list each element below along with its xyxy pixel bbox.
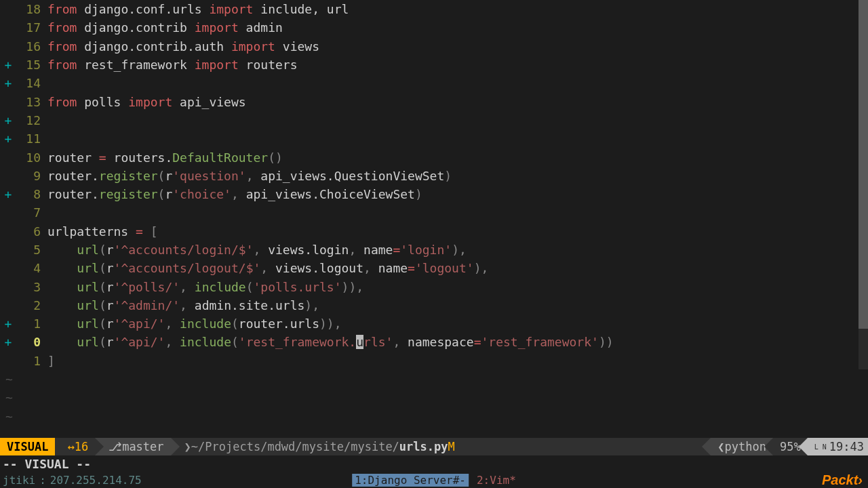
code-content[interactable]: router = routers.DefaultRouter(): [47, 150, 868, 165]
code-line[interactable]: 13from polls import api_views: [0, 92, 868, 110]
scrollbar-thumb[interactable]: [859, 0, 868, 329]
tmux-window[interactable]: 2:Vim*: [477, 474, 516, 487]
command-line[interactable]: -- VISUAL --: [0, 455, 868, 472]
code-content[interactable]: url(r'^api/', include(router.urls)),: [47, 317, 868, 331]
empty-line: ~: [0, 370, 868, 388]
code-line[interactable]: 5 url(r'^accounts/login/$', views.login,…: [0, 241, 868, 259]
line-number: 18: [16, 2, 47, 16]
line-number: 7: [16, 205, 47, 220]
code-line[interactable]: +8router.register(r'choice', api_views.C…: [0, 185, 868, 203]
line-number: 6: [16, 224, 47, 239]
code-content[interactable]: from rest_framework import routers: [47, 58, 868, 72]
code-line[interactable]: 18from django.conf.urls import include, …: [0, 0, 868, 18]
vim-editor: 18from django.conf.urls import include, …: [0, 0, 868, 488]
git-branch: ⎇ master: [95, 438, 170, 455]
code-content[interactable]: url(r'^polls/', include('polls.urls')),: [47, 280, 868, 294]
code-content[interactable]: router.register(r'choice', api_views.Cho…: [47, 187, 868, 201]
code-line[interactable]: 6urlpatterns = [: [0, 222, 868, 241]
code-line[interactable]: 9router.register(r'question', api_views.…: [0, 167, 868, 185]
code-line[interactable]: 16from django.contrib.auth import views: [0, 37, 868, 56]
line-number: 3: [16, 280, 47, 294]
line-number: 13: [16, 95, 47, 109]
code-content[interactable]: from django.contrib.auth import views: [47, 39, 868, 54]
line-number: 1: [16, 354, 47, 368]
git-gutter-sign: +: [0, 76, 16, 90]
code-line[interactable]: 1]: [0, 352, 868, 370]
code-line[interactable]: +1 url(r'^api/', include(router.urls)),: [0, 314, 868, 333]
code-line[interactable]: 4 url(r'^accounts/logout/$', views.logou…: [0, 259, 868, 277]
modified-flag: M: [448, 440, 455, 453]
git-gutter-sign: +: [0, 317, 16, 331]
line-number: 4: [16, 261, 47, 275]
code-line[interactable]: 17from django.contrib import admin: [0, 18, 868, 37]
code-content[interactable]: ]: [47, 354, 868, 368]
code-content[interactable]: from polls import api_views: [47, 95, 868, 109]
line-number: 5: [16, 243, 47, 257]
line-number: 15: [16, 58, 47, 72]
tmux-session: jtiki: [3, 474, 35, 487]
code-content[interactable]: router.register(r'question', api_views.Q…: [47, 169, 868, 183]
code-content[interactable]: from django.contrib import admin: [47, 20, 868, 35]
line-number: 17: [16, 20, 47, 35]
chevron-left-icon: ❮: [717, 440, 724, 453]
code-content[interactable]: url(r'^api/', include('rest_framework.ur…: [47, 335, 868, 349]
tmux-host: 207.255.214.75: [50, 474, 142, 487]
line-number: 9: [16, 169, 47, 183]
tmux-statusbar: jtiki : 207.255.214.75 1:Django Server#-…: [0, 472, 868, 488]
mode-indicator: VISUAL: [0, 438, 55, 455]
code-line[interactable]: 10router = routers.DefaultRouter(): [0, 148, 868, 166]
statusline: VISUAL ↔16 ⎇ master ❯ ~/Projects/mdwd/my…: [0, 438, 868, 455]
line-number: 2: [16, 298, 47, 312]
line-number: 14: [16, 76, 47, 90]
file-path: ❯ ~/Projects/mdwd/mysite/mysite/urls.py …: [171, 438, 711, 455]
line-number: 16: [16, 39, 47, 54]
git-gutter-sign: +: [0, 113, 16, 127]
line-number: 1: [16, 317, 47, 331]
code-line[interactable]: +11: [0, 129, 868, 148]
code-content[interactable]: urlpatterns = [: [47, 224, 868, 239]
line-number: 10: [16, 150, 47, 165]
code-line[interactable]: 3 url(r'^polls/', include('polls.urls'))…: [0, 277, 868, 296]
line-number: 11: [16, 131, 47, 146]
line-number: 8: [16, 187, 47, 201]
code-content[interactable]: url(r'^accounts/logout/$', views.logout,…: [47, 261, 868, 275]
code-line[interactable]: +0 url(r'^api/', include('rest_framework…: [0, 333, 868, 351]
line-number: 12: [16, 113, 47, 127]
empty-line: ~: [0, 388, 868, 407]
code-line[interactable]: 2 url(r'^admin/', admin.site.urls),: [0, 296, 868, 314]
code-content[interactable]: url(r'^admin/', admin.site.urls),: [47, 298, 868, 312]
git-gutter-sign: +: [0, 58, 16, 72]
code-line[interactable]: +14: [0, 74, 868, 92]
tmux-window-active[interactable]: 1:Django Server#-: [352, 474, 469, 487]
git-gutter-sign: +: [0, 187, 16, 201]
code-content[interactable]: from django.conf.urls import include, ur…: [47, 2, 868, 16]
empty-line: ~: [0, 407, 868, 426]
packt-logo: Packt›: [822, 472, 863, 488]
git-gutter-sign: +: [0, 131, 16, 146]
code-line[interactable]: +12: [0, 111, 868, 129]
branch-icon: ⎇: [108, 440, 122, 453]
cursor-position: L N 19:43: [808, 438, 868, 455]
git-gutter-sign: +: [0, 335, 16, 349]
code-area[interactable]: 18from django.conf.urls import include, …: [0, 0, 868, 438]
code-line[interactable]: 7: [0, 203, 868, 222]
visual-line-count: ↔16: [55, 438, 95, 455]
code-line[interactable]: +15from rest_framework import routers: [0, 56, 868, 74]
code-content[interactable]: url(r'^accounts/login/$', views.login, n…: [47, 243, 868, 257]
line-number: 0: [16, 335, 47, 349]
